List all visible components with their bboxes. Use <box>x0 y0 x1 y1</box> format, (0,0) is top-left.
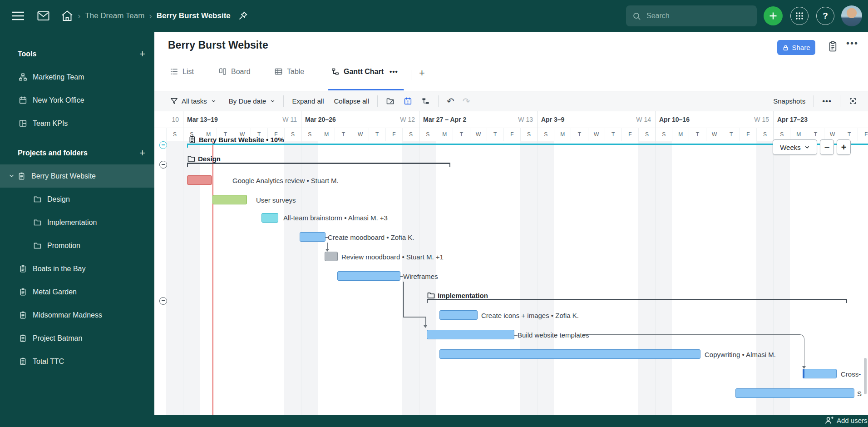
task-create-moodboard-label[interactable]: Create moodboard • Zofia K. <box>328 233 414 241</box>
filter-button[interactable]: All tasks <box>170 97 216 105</box>
sidebar-item-project-batman[interactable]: Project Batman <box>0 327 154 350</box>
add-users-button[interactable]: Add users <box>824 416 868 425</box>
breadcrumb-team[interactable]: The Dream Team <box>85 11 144 20</box>
hamburger-icon[interactable] <box>11 10 25 21</box>
gantt-bar-task-create-icons[interactable] <box>439 310 478 320</box>
projects-header-label: Projects and folders <box>18 149 88 157</box>
sidebar-item-label: Team KPIs <box>33 119 68 128</box>
help-button[interactable]: ? <box>816 7 834 25</box>
project-summary-label[interactable]: Berry Burst Website • 10% <box>188 135 284 144</box>
summary-bracket-project-summary[interactable] <box>187 144 868 148</box>
folder-edit-icon[interactable] <box>386 97 395 105</box>
task-user-surveys-label[interactable]: User surveys <box>256 196 296 204</box>
search-icon <box>632 12 641 20</box>
snapshots-button[interactable]: Snapshots <box>773 97 805 105</box>
timescale-select[interactable]: Weeks <box>773 139 817 155</box>
sidebar-item-new-york-office[interactable]: New York Office <box>0 89 154 112</box>
sidebar-item-midsommar-madness[interactable]: Midsommar Madness <box>0 303 154 327</box>
sidebar-item-marketing-team[interactable]: Marketing Team <box>0 65 154 89</box>
task-cross-label[interactable]: Cross- <box>841 370 861 378</box>
day-cell: T <box>807 128 824 141</box>
gantt-bar-task-review-moodboard[interactable] <box>325 252 338 261</box>
breadcrumb-project[interactable]: Berry Burst Website <box>157 11 231 20</box>
gantt-bar-task-google-analytics[interactable] <box>187 175 212 185</box>
calendar-alert-icon[interactable] <box>404 97 412 105</box>
home-icon[interactable] <box>61 10 73 21</box>
sidebar-item-implementation[interactable]: Implementation <box>0 211 154 234</box>
add-view-button[interactable]: + <box>419 67 425 79</box>
tab-label: Table <box>287 68 304 76</box>
toolbar-more-button[interactable]: ••• <box>822 97 832 106</box>
search-input[interactable] <box>646 11 738 20</box>
search-box[interactable] <box>626 5 757 26</box>
task-create-icons-label[interactable]: Create icons + images • Zofia K. <box>481 312 579 319</box>
folder-design-label[interactable]: Design <box>187 154 221 163</box>
gantt-bar-task-s[interactable] <box>735 388 854 398</box>
zoom-out-button[interactable]: − <box>820 139 834 155</box>
task-wireframes-label[interactable]: Wireframes <box>403 273 438 280</box>
tab-menu-dots[interactable]: ••• <box>390 68 398 75</box>
collapse-button-folder-implementation[interactable] <box>159 297 167 305</box>
gantt-bar-task-create-moodboard[interactable] <box>300 232 326 242</box>
redo-button[interactable]: ↷ <box>463 96 470 107</box>
sidebar-item-metal-garden[interactable]: Metal Garden <box>0 280 154 303</box>
sidebar-item-design[interactable]: Design <box>0 188 154 211</box>
summary-bracket-folder-implementation[interactable] <box>427 299 847 303</box>
gantt-week-header: 10Mar 13–19W 11Mar 20–26W 12Mar 27 – Apr… <box>154 111 868 128</box>
task-copywriting-label[interactable]: Copywriting • Almasi M. <box>705 351 776 358</box>
gantt-bar-task-build-templates[interactable] <box>427 330 514 339</box>
tab-label: List <box>182 68 194 76</box>
sidebar-item-team-kpis[interactable]: Team KPIs <box>0 112 154 135</box>
task-review-moodboard-label[interactable]: Review moodboard • Stuart M. +1 <box>341 253 444 261</box>
pin-icon[interactable] <box>238 11 248 21</box>
collapse-all-button[interactable]: Collapse all <box>334 97 369 105</box>
gantt-bar-task-user-surveys[interactable] <box>212 195 247 204</box>
gantt-bar-task-all-team-brainstorm[interactable] <box>261 213 278 223</box>
collapse-button-folder-design[interactable] <box>159 161 167 169</box>
zoom-in-button[interactable]: + <box>837 139 851 155</box>
sidebar-item-berry-burst-website[interactable]: Berry Burst Website <box>0 164 154 188</box>
mail-icon[interactable] <box>37 11 49 21</box>
toolbar-divider <box>283 95 284 107</box>
gantt-bar-task-wireframes[interactable] <box>337 271 400 281</box>
header-more-button[interactable]: ••• <box>846 38 858 49</box>
fullscreen-icon[interactable] <box>848 97 857 105</box>
tab-gantt-chart[interactable]: Gantt Chart••• <box>331 67 398 76</box>
add-project-button[interactable]: + <box>139 148 145 158</box>
chevron-down-icon[interactable] <box>5 173 17 179</box>
task-all-team-brainstorm-label[interactable]: All-team brainstorm • Almasi M. +3 <box>283 214 388 222</box>
week-band: 10 <box>154 111 183 128</box>
week-number-label: 10 <box>172 116 183 123</box>
day-cell: W <box>706 128 723 141</box>
tab-divider <box>411 70 411 80</box>
gantt-bar-task-copywriting[interactable] <box>439 349 700 359</box>
sidebar-item-label: Design <box>47 195 70 204</box>
sort-button[interactable]: By Due date <box>229 97 276 105</box>
vertical-scrollbar[interactable] <box>864 358 867 394</box>
project-icon <box>19 288 27 296</box>
snapshot-doc-icon[interactable] <box>828 41 838 52</box>
summary-bracket-folder-design[interactable] <box>187 163 450 167</box>
tab-board[interactable]: Board <box>218 67 251 76</box>
gantt-bar-task-cross[interactable] <box>803 369 837 378</box>
task-s-label[interactable]: S <box>857 390 862 397</box>
tab-table[interactable]: Table <box>274 67 304 76</box>
undo-button[interactable]: ↶ <box>447 96 454 107</box>
create-plus-button[interactable] <box>764 6 783 25</box>
day-cell: T <box>453 128 469 141</box>
project-icon <box>19 357 27 366</box>
collapse-button-project-summary[interactable] <box>159 141 167 149</box>
gantt-links-icon[interactable] <box>421 97 430 105</box>
folder-implementation-label[interactable]: Implementation <box>427 291 488 300</box>
tab-list[interactable]: List <box>170 67 194 76</box>
task-google-analytics-label[interactable]: Google Analytics review • Stuart M. <box>232 177 339 184</box>
apps-grid-button[interactable] <box>790 7 809 25</box>
share-button[interactable]: Share <box>777 40 815 55</box>
add-tool-button[interactable]: + <box>139 49 145 59</box>
avatar[interactable] <box>841 5 862 26</box>
sidebar-item-total-ttc[interactable]: Total TTC <box>0 350 154 373</box>
sidebar-item-promotion[interactable]: Promotion <box>0 234 154 257</box>
expand-all-button[interactable]: Expand all <box>292 97 324 105</box>
sidebar-item-boats-in-the-bay[interactable]: Boats in the Bay <box>0 257 154 280</box>
task-build-templates-label[interactable]: Build website templates <box>518 331 589 339</box>
